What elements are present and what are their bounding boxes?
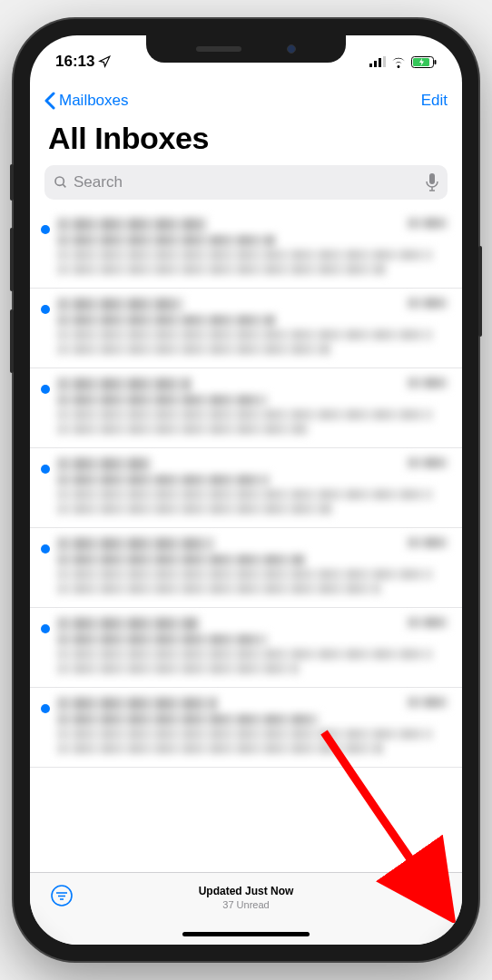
message-content-redacted	[57, 298, 448, 358]
notch	[146, 35, 346, 63]
message-content-redacted	[57, 537, 448, 598]
message-content-redacted	[57, 377, 448, 438]
svg-rect-2	[379, 58, 381, 67]
location-icon	[98, 55, 111, 68]
bottom-toolbar: Updated Just Now 37 Unread	[30, 872, 462, 945]
search-field[interactable]: Search	[44, 165, 448, 200]
wifi-icon	[390, 56, 407, 68]
unread-dot-icon	[41, 225, 50, 234]
unread-dot-icon	[41, 385, 50, 394]
svg-rect-9	[429, 173, 435, 184]
message-item[interactable]	[30, 368, 462, 448]
search-placeholder: Search	[74, 173, 426, 191]
filter-button[interactable]	[50, 884, 74, 907]
nav-bar: Mailboxes Edit	[30, 79, 462, 119]
screen: 16:13 Mailboxes Edit All Inboxes Search	[30, 35, 462, 945]
mic-icon[interactable]	[426, 173, 438, 191]
chevron-left-icon	[44, 92, 55, 110]
updated-label: Updated Just Now	[74, 884, 418, 898]
message-content-redacted	[57, 457, 448, 518]
home-indicator[interactable]	[182, 932, 310, 936]
message-content-redacted	[57, 218, 448, 279]
message-content-redacted	[57, 697, 448, 758]
message-item[interactable]	[30, 209, 462, 289]
unread-count-label: 37 Unread	[74, 898, 418, 912]
battery-icon	[411, 56, 437, 68]
unread-dot-icon	[41, 704, 50, 713]
unread-dot-icon	[41, 624, 50, 633]
svg-rect-6	[435, 60, 437, 64]
message-content-redacted	[57, 617, 448, 678]
message-item[interactable]	[30, 289, 462, 368]
message-item[interactable]	[30, 608, 462, 688]
edit-button[interactable]: Edit	[421, 92, 448, 110]
message-item[interactable]	[30, 448, 462, 528]
svg-line-8	[63, 184, 65, 187]
unread-dot-icon	[41, 465, 50, 474]
toolbar-status: Updated Just Now 37 Unread	[74, 884, 418, 912]
svg-point-7	[55, 177, 64, 185]
page-title: All Inboxes	[30, 119, 462, 165]
cellular-icon	[369, 56, 386, 67]
message-item[interactable]	[30, 688, 462, 768]
device-frame: 16:13 Mailboxes Edit All Inboxes Search	[14, 19, 478, 961]
compose-button[interactable]	[418, 884, 442, 907]
unread-dot-icon	[41, 305, 50, 314]
message-list	[30, 209, 462, 768]
svg-rect-3	[383, 56, 386, 67]
status-time: 16:13	[55, 53, 94, 71]
back-label: Mailboxes	[59, 92, 129, 110]
message-item[interactable]	[30, 528, 462, 608]
unread-dot-icon	[41, 544, 50, 554]
back-button[interactable]: Mailboxes	[44, 92, 129, 110]
search-icon	[54, 175, 68, 190]
svg-rect-1	[374, 61, 377, 67]
svg-rect-0	[369, 64, 372, 67]
